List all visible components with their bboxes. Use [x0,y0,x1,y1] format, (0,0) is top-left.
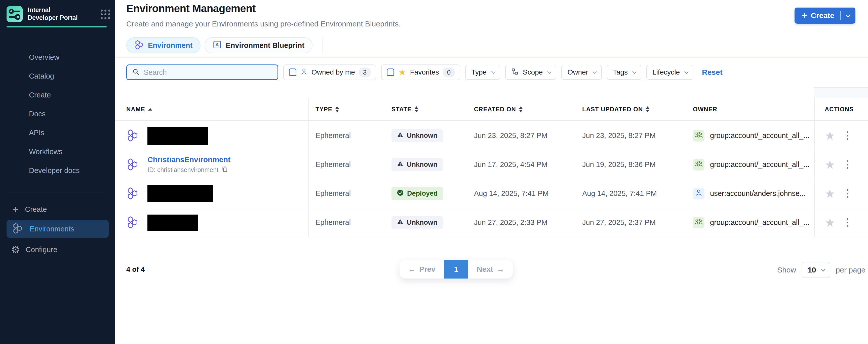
column-header-type[interactable]: TYPE [308,106,388,113]
filter-dropdowns: TypeScopeOwnerTagsLifecycle [465,65,693,80]
column-header-state[interactable]: STATE [388,106,470,113]
scope-filter-dropdown[interactable]: Scope [505,65,556,80]
sidebar-nav: OverviewCatalogCreateDocsAPIsWorkflowsDe… [0,48,115,180]
sidebar-header: Internal Developer Portal [0,0,115,22]
column-header-created-on[interactable]: CREATED ON [470,106,579,113]
column-header-last-updated-on[interactable]: LAST UPDATED ON [579,106,687,113]
type-filter-dropdown[interactable]: Type [465,65,500,80]
main-content: Environment Management Create and manage… [115,0,868,344]
row-menu-button[interactable] [845,188,850,199]
environment-hexagon-icon [126,158,139,172]
column-header-owner: OWNER [687,106,814,113]
warning-icon [397,219,403,226]
last-updated-value: Jun 23, 2025, 8:27 PM [579,132,687,140]
arrow-right-icon: → [497,265,504,274]
owned-by-me-checkbox[interactable] [289,68,297,76]
table-row[interactable]: ChristiansEnvironment ID: christiansenvi… [115,150,868,179]
row-menu-button[interactable] [845,159,850,171]
gear-icon: ⚙ [11,245,20,255]
create-button[interactable]: + Create [795,7,856,24]
next-page-button[interactable]: Next → [468,260,513,279]
environment-hexagon-icon [126,129,139,143]
page-title: Environment Management [126,2,256,15]
column-header-name[interactable]: NAME [115,106,308,113]
sidebar-item-overview[interactable]: Overview [0,48,115,67]
environment-hexagon-icon [126,216,139,229]
sidebar: Internal Developer Portal OverviewCatalo… [0,0,115,344]
sidebar-item-developer-docs[interactable]: Developer docs [0,161,115,180]
last-updated-value: Jun 27, 2025, 2:37 PM [579,218,687,227]
star-icon: ★ [398,68,406,77]
chevron-down-icon[interactable] [846,12,850,18]
favorite-star-button[interactable]: ★ [825,130,835,142]
environment-name-link[interactable]: ChristiansEnvironment [148,155,230,164]
row-menu-button[interactable] [845,217,850,228]
column-label: CREATED ON [474,106,516,113]
dropdown-label: Tags [613,68,628,76]
sort-icon [646,106,649,112]
tab-environment[interactable]: Environment [126,37,200,53]
type-value: Ephemeral [308,132,388,140]
sidebar-item-workflows[interactable]: Workflows [0,142,115,161]
row-menu-button[interactable] [845,130,850,142]
sort-asc-icon [148,108,152,111]
status-badge: Deployed [392,187,443,200]
plus-icon: + [802,11,807,20]
table-row[interactable]: Ephemeral Deployed [115,179,868,208]
sidebar-item-apis[interactable]: APIs [0,123,115,142]
column-label: ACTIONS [825,106,854,113]
prev-page-button[interactable]: ← Prev [400,260,444,279]
sidebar-item-create[interactable]: + Create [0,200,115,218]
chevron-down-icon [491,69,495,74]
chevron-down-icon [593,69,597,74]
per-page-select[interactable]: 10 [802,262,830,278]
redacted-name [148,185,213,202]
search-box[interactable] [126,64,278,80]
type-value: Ephemeral [308,218,388,227]
check-icon [397,190,404,198]
sidebar-item-catalog[interactable]: Catalog [0,67,115,86]
table-row[interactable]: Ephemeral Unknown J [115,121,868,150]
warning-icon [397,132,403,140]
favorite-star-button[interactable]: ★ [825,217,835,228]
sidebar-item-label: Environments [30,225,74,233]
favorites-checkbox[interactable] [387,68,394,76]
tab-environment-blueprint[interactable]: Environment Blueprint [205,37,312,53]
status-badge: Unknown [392,158,443,171]
status-text: Deployed [407,190,438,197]
favorite-star-button[interactable]: ★ [825,159,835,171]
created-on-value: Jun 17, 2025, 4:54 PM [470,161,579,169]
favorite-star-button[interactable]: ★ [825,188,835,199]
status-text: Unknown [407,161,437,169]
column-header-actions: ACTIONS [814,106,868,113]
filter-bar: Owned by me 3 ★ Favorites 0 TypeScopeOwn… [126,64,722,80]
app-logo-icon [6,6,23,22]
search-icon [132,68,140,77]
tags-filter-dropdown[interactable]: Tags [607,65,641,80]
environment-hexagon-icon [126,187,139,200]
dropdown-label: Type [471,68,487,76]
page-subtitle: Create and manage your Environments usin… [126,20,401,28]
sidebar-item-configure[interactable]: ⚙ Configure [0,241,115,258]
page-1-button[interactable]: 1 [444,260,468,279]
search-input[interactable] [144,68,273,77]
column-divider [814,98,815,237]
sidebar-item-docs[interactable]: Docs [0,105,115,123]
lifecycle-filter-dropdown[interactable]: Lifecycle [646,65,693,80]
warning-icon [397,161,403,169]
blueprint-icon [213,40,222,51]
environments-hexagon-icon [12,223,23,235]
apps-grid-icon[interactable] [101,9,110,19]
owned-by-me-filter[interactable]: Owned by me 3 [283,64,376,80]
reset-filters-link[interactable]: Reset [702,68,722,77]
favorites-filter[interactable]: ★ Favorites 0 [381,64,460,80]
owner-filter-dropdown[interactable]: Owner [561,65,601,80]
pagination: ← Prev 1 Next → [400,260,513,279]
entity-tabs: Environment Environment Blueprint [126,37,323,53]
sidebar-item-create[interactable]: Create [0,86,115,105]
sort-icon [415,106,418,112]
copy-icon[interactable] [221,166,228,174]
sidebar-item-environments[interactable]: Environments [6,220,109,238]
table-row[interactable]: Ephemeral Unknown J [115,208,868,237]
last-updated-value: Jun 19, 2025, 8:36 PM [579,161,687,169]
